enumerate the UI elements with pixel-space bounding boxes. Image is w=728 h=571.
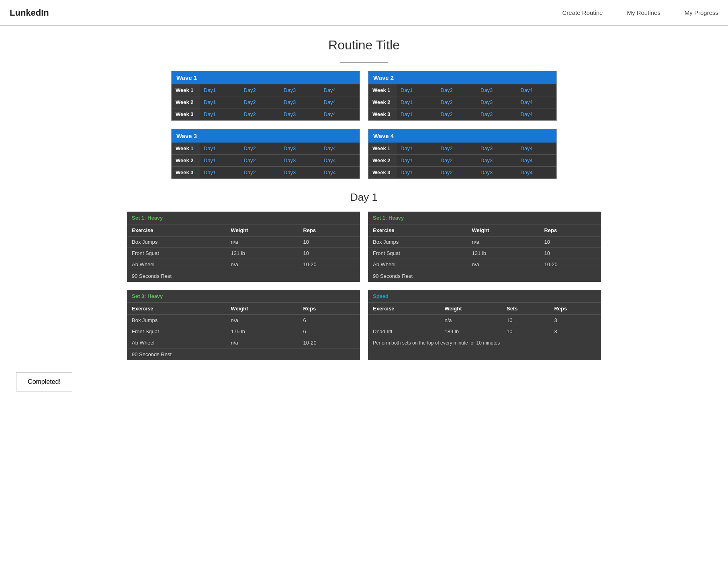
- column-header: Exercise: [127, 303, 226, 315]
- exercise-cell: 10: [502, 326, 550, 337]
- set-note: 90 Seconds Rest: [127, 270, 360, 282]
- column-header: Weight: [440, 303, 502, 315]
- column-header: Weight: [226, 303, 299, 315]
- day-link[interactable]: Day2: [244, 169, 256, 175]
- day-link[interactable]: Day2: [441, 169, 453, 175]
- column-header: Exercise: [368, 224, 467, 237]
- exercise-cell: 3: [549, 326, 601, 337]
- exercise-cell: 189 lb: [440, 326, 502, 337]
- exercise-cell: Ab Wheel: [368, 259, 467, 270]
- day-link[interactable]: Day2: [441, 111, 453, 117]
- week-label: Week 2: [172, 155, 200, 167]
- day-link[interactable]: Day3: [481, 145, 493, 151]
- exercise-cell: 6: [298, 326, 360, 337]
- day-link[interactable]: Day1: [401, 111, 413, 117]
- day-link[interactable]: Day4: [324, 169, 336, 175]
- day-link[interactable]: Day3: [481, 157, 493, 163]
- day-link[interactable]: Day1: [204, 169, 216, 175]
- exercise-cell: n/a: [226, 315, 299, 326]
- day-link[interactable]: Day2: [244, 145, 256, 151]
- week-label: Week 2: [368, 96, 397, 108]
- nav-bar: LunkedIn Create RoutineMy RoutinesMy Pro…: [0, 0, 728, 26]
- day-link[interactable]: Day4: [521, 99, 533, 105]
- nav-link-my-progress[interactable]: My Progress: [685, 9, 718, 16]
- day-link[interactable]: Day3: [481, 99, 493, 105]
- day-link[interactable]: Day1: [204, 99, 216, 105]
- day-link[interactable]: Day1: [204, 157, 216, 163]
- day-link[interactable]: Day4: [521, 87, 533, 93]
- exercise-row: Dead-lift189 lb103: [368, 326, 601, 337]
- day-link[interactable]: Day2: [441, 87, 453, 93]
- day-link[interactable]: Day3: [481, 169, 493, 175]
- day-link[interactable]: Day3: [284, 99, 296, 105]
- wave-week-row: Week 1Day1Day2Day3Day4: [368, 143, 556, 155]
- day-link[interactable]: Day4: [521, 169, 533, 175]
- day-link[interactable]: Day4: [324, 145, 336, 151]
- day-link[interactable]: Day3: [284, 87, 296, 93]
- exercise-cell: n/a: [226, 337, 299, 349]
- day-link[interactable]: Day3: [481, 87, 493, 93]
- day-link[interactable]: Day2: [441, 157, 453, 163]
- day-link[interactable]: Day2: [244, 111, 256, 117]
- day-link[interactable]: Day1: [204, 87, 216, 93]
- day-link[interactable]: Day4: [324, 111, 336, 117]
- day-link[interactable]: Day3: [284, 145, 296, 151]
- day-link[interactable]: Day3: [284, 111, 296, 117]
- day-link[interactable]: Day1: [401, 157, 413, 163]
- wave-header-wave3: Wave 3: [172, 129, 360, 143]
- wave-week-row: Week 3Day1Day2Day3Day4: [172, 167, 360, 179]
- nav-link-my-routines[interactable]: My Routines: [627, 9, 660, 16]
- week-label: Week 2: [368, 155, 397, 167]
- wave-week-row: Week 2Day1Day2Day3Day4: [172, 155, 360, 167]
- set-note: 90 Seconds Rest: [368, 270, 601, 282]
- exercise-cell: n/a: [440, 315, 502, 326]
- day-link[interactable]: Day4: [521, 145, 533, 151]
- day-link[interactable]: Day2: [244, 99, 256, 105]
- app-logo: LunkedIn: [10, 8, 49, 18]
- day-link[interactable]: Day4: [324, 99, 336, 105]
- exercise-row: Ab Wheeln/a10-20: [127, 259, 360, 270]
- day-link[interactable]: Day1: [401, 87, 413, 93]
- day-link[interactable]: Day2: [441, 145, 453, 151]
- exercise-cell: Dead-lift: [368, 326, 440, 337]
- completed-button[interactable]: Completed!: [16, 372, 72, 392]
- wave-header-wave1: Wave 1: [172, 71, 360, 84]
- day-link[interactable]: Day4: [324, 87, 336, 93]
- week-label: Week 1: [368, 84, 397, 96]
- day-link[interactable]: Day4: [521, 111, 533, 117]
- wave-week-row: Week 3Day1Day2Day3Day4: [172, 108, 360, 120]
- nav-link-create-routine[interactable]: Create Routine: [562, 9, 603, 16]
- week-label: Week 1: [368, 143, 397, 155]
- exercise-row: Box Jumpsn/a10: [127, 237, 360, 248]
- set-header: Set 1: Heavy: [368, 212, 601, 224]
- wave-week-row: Week 1Day1Day2Day3Day4: [368, 84, 556, 96]
- wave-header-wave2: Wave 2: [368, 71, 556, 84]
- day-link[interactable]: Day3: [284, 157, 296, 163]
- week-label: Week 3: [172, 167, 200, 179]
- day-link[interactable]: Day2: [244, 87, 256, 93]
- day-link[interactable]: Day1: [401, 145, 413, 151]
- day-link[interactable]: Day4: [521, 157, 533, 163]
- exercise-cell: 175 lb: [226, 326, 299, 337]
- day-link[interactable]: Day2: [441, 99, 453, 105]
- day-link[interactable]: Day2: [244, 157, 256, 163]
- exercise-cell: 10: [298, 248, 360, 259]
- day-link[interactable]: Day1: [401, 169, 413, 175]
- exercise-cell: 131 lb: [467, 248, 540, 259]
- day-link[interactable]: Day3: [481, 111, 493, 117]
- day-link[interactable]: Day1: [204, 111, 216, 117]
- exercise-cell: n/a: [467, 237, 540, 248]
- week-label: Week 3: [368, 167, 397, 179]
- sets-grid: Set 1: HeavyExerciseWeightRepsBox Jumpsn…: [127, 212, 601, 360]
- day-link[interactable]: Day4: [324, 157, 336, 163]
- main-content: Routine Title Wave 1Week 1Day1Day2Day3Da…: [0, 26, 728, 404]
- column-header: Reps: [539, 224, 601, 237]
- exercise-row: Ab Wheeln/a10-20: [368, 259, 601, 270]
- day-link[interactable]: Day1: [204, 145, 216, 151]
- exercise-cell: Ab Wheel: [127, 337, 226, 349]
- day-link[interactable]: Day3: [284, 169, 296, 175]
- waves-grid: Wave 1Week 1Day1Day2Day3Day4Week 2Day1Da…: [171, 71, 557, 179]
- wave-block-wave3: Wave 3Week 1Day1Day2Day3Day4Week 2Day1Da…: [171, 129, 360, 179]
- week-label: Week 1: [172, 84, 200, 96]
- day-link[interactable]: Day1: [401, 99, 413, 105]
